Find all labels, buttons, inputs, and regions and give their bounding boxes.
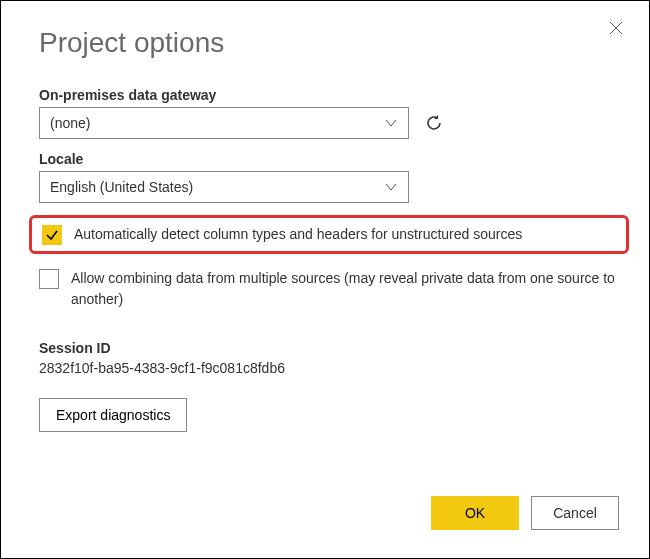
close-icon [608, 20, 624, 36]
autodetect-label: Automatically detect column types and he… [74, 224, 522, 245]
autodetect-checkbox[interactable] [42, 225, 62, 245]
locale-select[interactable]: English (United States) [39, 171, 409, 203]
locale-label: Locale [39, 151, 619, 167]
gateway-label: On-premises data gateway [39, 87, 619, 103]
ok-button[interactable]: OK [431, 496, 519, 530]
gateway-select[interactable]: (none) [39, 107, 409, 139]
dialog-title: Project options [39, 27, 619, 59]
chevron-down-icon [384, 116, 398, 130]
combine-checkbox[interactable] [39, 269, 59, 289]
session-id-label: Session ID [39, 340, 619, 356]
close-button[interactable] [605, 17, 627, 39]
refresh-button[interactable] [423, 112, 445, 134]
combine-label: Allow combining data from multiple sourc… [71, 268, 619, 310]
cancel-button[interactable]: Cancel [531, 496, 619, 530]
gateway-value: (none) [50, 115, 90, 131]
refresh-icon [424, 113, 444, 133]
project-options-dialog: Project options On-premises data gateway… [1, 1, 649, 558]
export-diagnostics-button[interactable]: Export diagnostics [39, 398, 187, 432]
chevron-down-icon [384, 180, 398, 194]
session-id-value: 2832f10f-ba95-4383-9cf1-f9c081c8fdb6 [39, 360, 619, 376]
locale-value: English (United States) [50, 179, 193, 195]
highlight-annotation: Automatically detect column types and he… [29, 215, 629, 254]
dialog-footer: OK Cancel [431, 496, 619, 530]
